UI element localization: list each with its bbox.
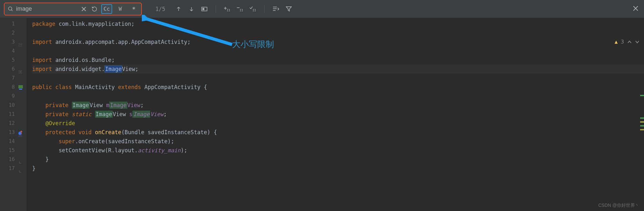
code-line[interactable]: import androidx.appcompat.app.AppCompatA… bbox=[32, 37, 644, 46]
code-line[interactable]: setContentView(R.layout.activity_main); bbox=[32, 146, 644, 155]
stripe-mark[interactable] bbox=[640, 121, 644, 123]
code-line[interactable]: import android.widget.ImageView; bbox=[32, 65, 644, 74]
error-stripe[interactable] bbox=[640, 36, 644, 211]
match-case-toggle[interactable]: Cc bbox=[101, 4, 112, 14]
line-number[interactable]: 8 bbox=[0, 83, 24, 92]
close-find-button[interactable] bbox=[633, 6, 638, 12]
svg-text:II: II bbox=[239, 8, 243, 12]
stripe-mark[interactable] bbox=[640, 129, 644, 130]
gutter: 1234567891011121314151617 bbox=[0, 18, 26, 211]
annotation-label: 大小写限制 bbox=[232, 39, 274, 50]
line-number[interactable]: 14 bbox=[0, 137, 24, 146]
line-number[interactable]: 13 bbox=[0, 128, 24, 137]
svg-rect-25 bbox=[19, 89, 22, 90]
find-toolbar: Cc W * 1/5 II II II bbox=[0, 0, 644, 18]
fold-end-icon[interactable] bbox=[19, 167, 22, 170]
chevron-down-icon[interactable] bbox=[635, 40, 639, 44]
code-line[interactable]: package com.link.myapplication; bbox=[32, 19, 644, 28]
select-all-occurrences-button[interactable]: II bbox=[249, 5, 257, 13]
line-number[interactable]: 1 bbox=[0, 19, 24, 28]
code-line[interactable]: super.onCreate(savedInstanceState); bbox=[32, 137, 644, 146]
add-selection-button[interactable]: II bbox=[224, 5, 231, 13]
line-number[interactable]: 7 bbox=[0, 74, 24, 83]
clear-search-button[interactable] bbox=[80, 5, 88, 13]
words-toggle[interactable]: W bbox=[115, 4, 126, 14]
fold-collapse-icon[interactable] bbox=[19, 40, 22, 44]
code-line[interactable]: public class MainActivity extends AppCom… bbox=[32, 83, 644, 92]
code-line[interactable] bbox=[32, 92, 644, 101]
svg-text:II: II bbox=[252, 8, 256, 12]
svg-rect-24 bbox=[18, 85, 23, 88]
select-all-button[interactable] bbox=[201, 5, 208, 13]
override-marker-icon[interactable] bbox=[17, 129, 23, 135]
regex-toggle[interactable]: * bbox=[128, 4, 139, 14]
line-number[interactable]: 9 bbox=[0, 92, 24, 101]
code-line[interactable]: } bbox=[32, 164, 644, 173]
line-number[interactable]: 4 bbox=[0, 46, 24, 55]
code-area[interactable]: package com.link.myapplication; import a… bbox=[26, 18, 644, 211]
watermark: CSDN @你好世界丶 bbox=[598, 203, 639, 208]
fold-end-icon[interactable] bbox=[19, 158, 22, 161]
search-history-button[interactable] bbox=[90, 5, 99, 13]
svg-text:II: II bbox=[227, 8, 230, 12]
line-number[interactable]: 3 bbox=[0, 37, 24, 46]
svg-line-1 bbox=[11, 10, 13, 11]
line-number[interactable]: 2 bbox=[0, 28, 24, 37]
code-line[interactable] bbox=[32, 28, 644, 37]
search-box-highlight: Cc W * bbox=[4, 3, 142, 15]
line-number[interactable]: 11 bbox=[0, 110, 24, 119]
prev-match-button[interactable] bbox=[175, 5, 182, 13]
line-number[interactable]: 12 bbox=[0, 119, 24, 128]
code-line[interactable]: private ImageView mImageView; bbox=[32, 101, 644, 110]
fold-expand-icon[interactable] bbox=[19, 67, 22, 71]
line-number[interactable]: 16 bbox=[0, 155, 24, 164]
chevron-up-icon[interactable] bbox=[627, 40, 632, 44]
next-match-button[interactable] bbox=[188, 5, 195, 13]
editor: 1234567891011121314151617 package com.li… bbox=[0, 18, 644, 211]
line-number[interactable]: 15 bbox=[0, 146, 24, 155]
filter-lines-button[interactable] bbox=[272, 5, 279, 13]
toolbar-divider bbox=[216, 5, 216, 13]
search-input[interactable] bbox=[16, 5, 77, 12]
code-line[interactable]: import android.os.Bundle; bbox=[32, 55, 644, 65]
code-line[interactable]: } bbox=[32, 155, 644, 164]
code-line[interactable]: protected void onCreate(Bundle savedInst… bbox=[32, 128, 644, 137]
svg-point-0 bbox=[8, 7, 12, 10]
result-count: 1/5 bbox=[155, 6, 165, 12]
stripe-mark[interactable] bbox=[640, 125, 644, 126]
remove-selection-button[interactable]: II bbox=[237, 5, 244, 13]
find-actions: II II II bbox=[175, 5, 292, 13]
code-line[interactable] bbox=[32, 46, 644, 55]
stripe-mark[interactable] bbox=[640, 95, 644, 96]
code-line[interactable] bbox=[32, 74, 644, 83]
toolbar-divider bbox=[264, 5, 265, 13]
line-number[interactable]: 10 bbox=[0, 101, 24, 110]
code-line[interactable]: private static ImageView sImageView; bbox=[32, 110, 644, 119]
svg-rect-7 bbox=[203, 8, 204, 10]
code-line[interactable]: @Override bbox=[32, 119, 644, 128]
warning-icon: ▲ bbox=[615, 39, 618, 45]
line-number[interactable]: 17 bbox=[0, 164, 24, 173]
search-icon bbox=[8, 6, 14, 12]
inspection-widget[interactable]: ▲ 3 bbox=[615, 39, 639, 45]
line-number[interactable]: 6 bbox=[0, 65, 24, 74]
stripe-mark[interactable] bbox=[640, 117, 644, 119]
class-marker-icon[interactable] bbox=[17, 84, 23, 90]
line-number[interactable]: 5 bbox=[0, 55, 24, 65]
filter-button[interactable] bbox=[285, 5, 292, 13]
warning-count: 3 bbox=[621, 39, 624, 45]
